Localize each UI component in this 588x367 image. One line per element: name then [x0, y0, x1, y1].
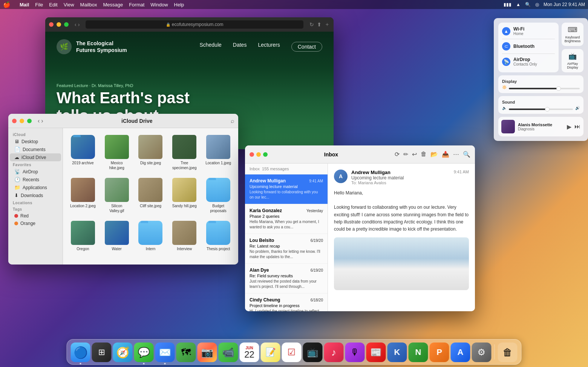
siri-icon[interactable]: ◎: [535, 2, 539, 7]
file-item[interactable]: Tree specimen.jpeg: [169, 133, 200, 173]
dock-icon-messages[interactable]: 💬: [134, 343, 154, 362]
nav-dates[interactable]: Dates: [233, 42, 247, 52]
more-actions-icon[interactable]: ⋯: [453, 151, 459, 158]
file-item[interactable]: Mexico hike.jpeg: [101, 133, 132, 173]
dock-icon-facetime[interactable]: 📹: [219, 343, 238, 362]
file-item[interactable]: Interview: [169, 219, 200, 254]
dock-icon-music[interactable]: ♪: [324, 343, 344, 362]
file-item[interactable]: Location 1.jpeg: [203, 133, 234, 173]
get-mail-icon[interactable]: ⟳: [395, 151, 400, 158]
archive-icon[interactable]: 📥: [442, 151, 449, 158]
sidebar-item-airdrop[interactable]: 📡 AirDrop: [10, 168, 61, 176]
file-item[interactable]: 2019 archive: [67, 133, 98, 173]
sidebar-item-documents[interactable]: 📄 Documents: [10, 145, 61, 153]
mail-item[interactable]: Andrew Mulligan9:41 AMUpcoming lecture m…: [245, 174, 328, 204]
dock-icon-appletv[interactable]: 📺: [303, 343, 323, 362]
file-item[interactable]: Sandy hill.jpeg: [169, 176, 200, 216]
sidebar-item-applications[interactable]: 📁 Applications: [10, 184, 61, 191]
dock-icon-finder[interactable]: 🔵: [71, 343, 90, 362]
mail-fullscreen[interactable]: [263, 152, 268, 157]
dock-icon-photos[interactable]: 📷: [198, 343, 217, 362]
dock-icon-calendar[interactable]: JUN 22: [240, 343, 259, 362]
menu-view[interactable]: View: [64, 2, 74, 8]
file-item[interactable]: Cliff site.jpeg: [135, 176, 166, 216]
mail-minimize[interactable]: [256, 152, 261, 157]
minimize-button[interactable]: [57, 22, 61, 27]
mail-item[interactable]: Cindy Cheung6/18/20Project timeline in p…: [245, 294, 328, 311]
dock-icon-keynote[interactable]: K: [387, 343, 407, 362]
finder-search-icon[interactable]: ⌕: [231, 118, 234, 124]
menu-mailbox[interactable]: Mailbox: [80, 2, 97, 8]
dock-icon-maps[interactable]: 🗺: [176, 343, 196, 362]
mail-item[interactable]: Alan Dye6/19/20Re: Field survey resultsJ…: [245, 264, 328, 294]
apple-logo[interactable]: 🍎: [3, 1, 11, 8]
file-icon: [105, 135, 129, 159]
nav-contact[interactable]: Contact: [291, 42, 322, 52]
file-item[interactable]: Oregon: [67, 219, 98, 254]
finder-forward-icon[interactable]: ›: [41, 118, 43, 124]
dock-icon-notes[interactable]: 📝: [261, 343, 280, 362]
dock-icon-news[interactable]: 📰: [366, 343, 386, 362]
mail-search-icon[interactable]: 🔍: [463, 151, 470, 158]
finder-minimize[interactable]: [20, 119, 24, 123]
search-icon[interactable]: 🔍: [525, 2, 531, 7]
menu-edit[interactable]: Edit: [49, 2, 57, 8]
nav-schedule[interactable]: Schedule: [199, 42, 221, 52]
cc-airplay-tile[interactable]: 📺 AirPlayDisplay: [562, 49, 583, 72]
sidebar-tag-orange[interactable]: Orange: [10, 220, 61, 227]
delete-icon[interactable]: 🗑: [421, 151, 427, 158]
compose-icon[interactable]: ✏: [403, 151, 408, 158]
refresh-icon[interactable]: ↻: [309, 21, 314, 28]
play-icon[interactable]: ▶: [567, 123, 571, 130]
dock-icon-safari[interactable]: 🧭: [113, 343, 133, 362]
dock-icon-trash[interactable]: 🗑: [498, 343, 518, 362]
cc-keyboard-tile[interactable]: ⌨ KeyboardBrightness: [562, 23, 583, 46]
file-item[interactable]: Intern: [135, 219, 166, 254]
finder-close[interactable]: [12, 119, 17, 123]
dock-icon-mail[interactable]: ✉️: [155, 343, 175, 362]
sound-slider[interactable]: [509, 109, 573, 110]
browser-nav[interactable]: ‹ ›: [75, 21, 80, 28]
move-icon[interactable]: 📂: [430, 151, 438, 158]
file-item[interactable]: Location 2.jpeg: [67, 176, 98, 216]
dock-icon-pages[interactable]: P: [430, 343, 449, 362]
sidebar-tag-red[interactable]: Red: [10, 212, 61, 220]
url-bar[interactable]: 🔒 ecofuturesymposium.com: [86, 20, 303, 29]
file-item[interactable]: Silicon Valley.gif: [101, 176, 132, 216]
sidebar-item-downloads[interactable]: ⬇ Downloads: [10, 191, 61, 199]
dock-icon-syspreferences[interactable]: ⚙: [472, 343, 492, 362]
file-item[interactable]: Thesis project: [203, 219, 234, 254]
close-button[interactable]: [49, 22, 54, 27]
sidebar-item-desktop[interactable]: 🖥 Desktop: [10, 138, 61, 145]
menu-window[interactable]: Window: [150, 2, 168, 8]
dock-icon-numbers[interactable]: N: [409, 343, 428, 362]
mail-item[interactable]: Lou Belsito6/19/20Re: Latest recapNo pro…: [245, 234, 328, 264]
mail-close[interactable]: [250, 152, 254, 157]
dock-icon-launchpad[interactable]: ⊞: [92, 343, 112, 362]
fullscreen-button[interactable]: [64, 22, 69, 27]
dock-icon-reminders[interactable]: ☑: [282, 343, 302, 362]
new-tab-icon[interactable]: ＋: [325, 21, 330, 28]
dock-icon-appstore[interactable]: A: [451, 343, 470, 362]
sidebar-item-icloud-drive[interactable]: ☁ iCloud Drive: [10, 153, 61, 161]
file-item[interactable]: Dig site.jpeg: [135, 133, 166, 173]
sidebar-icloud-label: iCloud Drive: [21, 155, 46, 160]
file-item[interactable]: Budget proposals: [203, 176, 234, 216]
share-icon[interactable]: ⬆: [317, 21, 322, 28]
menu-format[interactable]: Format: [129, 2, 144, 8]
finder-back-icon[interactable]: ‹: [38, 118, 40, 124]
mail-sender: Alan Dye: [250, 268, 269, 273]
reply-icon[interactable]: ↩: [412, 151, 417, 158]
menu-file[interactable]: File: [35, 2, 43, 8]
menu-app-name[interactable]: Mail: [20, 2, 29, 8]
nav-lecturers[interactable]: Lecturers: [258, 42, 280, 52]
menu-help[interactable]: Help: [174, 2, 184, 8]
file-item[interactable]: Water: [101, 219, 132, 254]
dock-icon-podcasts[interactable]: 🎙: [345, 343, 365, 362]
skip-icon[interactable]: ⏭: [574, 123, 580, 130]
menu-message[interactable]: Message: [103, 2, 123, 8]
display-slider[interactable]: [509, 88, 580, 89]
finder-fullscreen[interactable]: [27, 119, 32, 123]
sidebar-item-recents[interactable]: 🕐 Recents: [10, 176, 61, 184]
mail-item[interactable]: Karla GonzalezYesterdayPhase 2 queriesHe…: [245, 204, 328, 234]
